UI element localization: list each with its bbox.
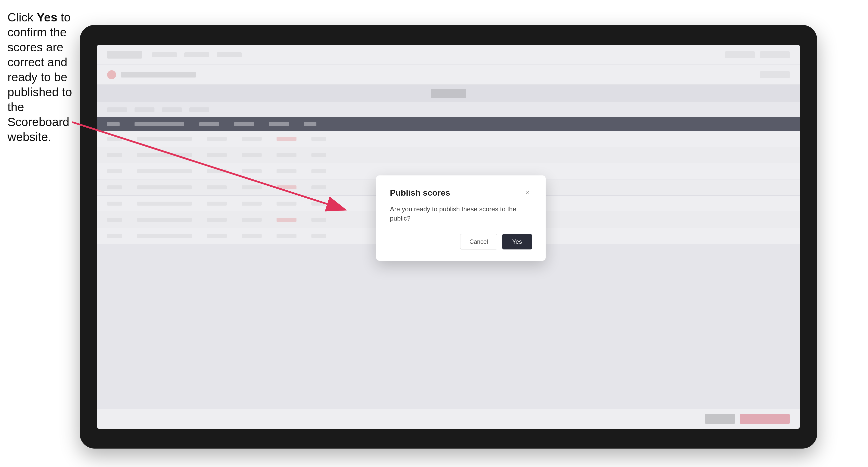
instruction-bold: Yes: [37, 11, 57, 24]
cancel-button[interactable]: Cancel: [460, 234, 497, 249]
modal-header: Publish scores ×: [390, 188, 532, 197]
publish-scores-modal: Publish scores × Are you ready to publis…: [376, 176, 546, 261]
tablet-screen: Publish scores × Are you ready to publis…: [97, 45, 800, 429]
modal-close-button[interactable]: ×: [523, 188, 532, 197]
instruction-text: Click Yes to confirm the scores are corr…: [7, 10, 80, 145]
yes-button[interactable]: Yes: [502, 234, 532, 249]
tablet-device: Publish scores × Are you ready to publis…: [80, 25, 817, 448]
modal-actions: Cancel Yes: [390, 234, 532, 249]
modal-body: Are you ready to publish these scores to…: [390, 205, 532, 223]
modal-overlay: Publish scores × Are you ready to publis…: [97, 45, 800, 429]
modal-title: Publish scores: [390, 188, 450, 197]
